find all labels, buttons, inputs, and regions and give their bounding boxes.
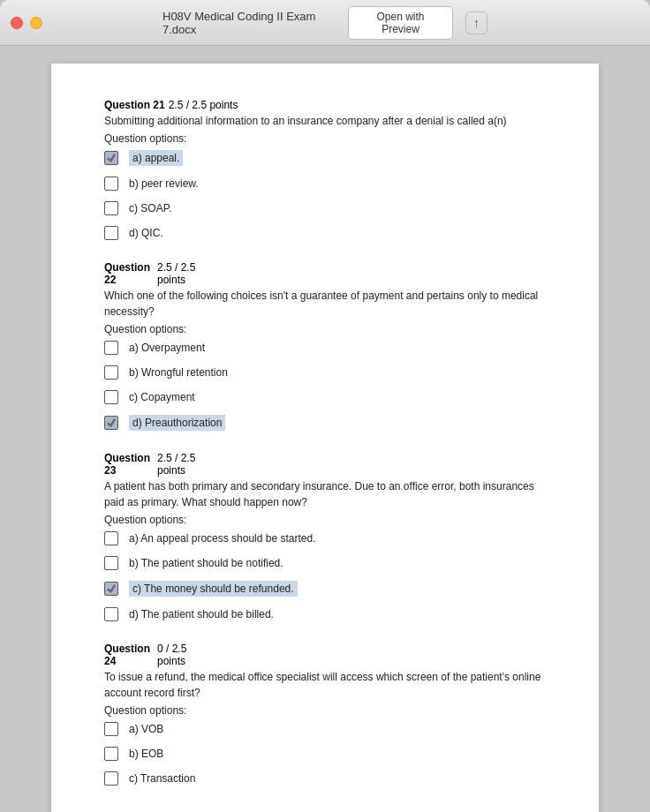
q23-text: A patient has both primary and secondary… — [104, 478, 546, 510]
q24-option-a-text: a) VOB — [129, 723, 163, 735]
q21-header: Question 21 2.5 / 2.5 points — [104, 99, 546, 111]
q22-option-a: a) Overpayment — [104, 341, 546, 355]
q22-checkbox-d[interactable] — [104, 416, 118, 430]
q24-number-label: Question — [104, 643, 150, 655]
q24-number-num: 24 — [104, 655, 150, 667]
q22-option-c: c) Copayment — [104, 390, 546, 404]
q22-header: Question 2.5 / 2.5 22 points — [104, 261, 546, 286]
q22-option-d-text: d) Preauthorization — [129, 415, 225, 431]
q21-checkbox-c[interactable] — [104, 201, 118, 215]
q24-header: Question 0 / 2.5 24 points — [104, 643, 546, 667]
document-page: Question 21 2.5 / 2.5 points Submitting … — [51, 64, 599, 812]
titlebar: H08V Medical Coding II Exam 7.docx Open … — [0, 0, 650, 46]
q24-option-c: c) Transaction — [104, 771, 546, 786]
question-21-block: Question 21 2.5 / 2.5 points Submitting … — [104, 99, 546, 240]
q23-option-c: c) The money should be refunded. — [104, 581, 546, 597]
q24-option-b-text: b) EOB — [129, 748, 163, 760]
share-button[interactable]: ↑ — [465, 11, 488, 34]
q22-option-a-text: a) Overpayment — [129, 342, 205, 354]
window-title: H08V Medical Coding II Exam 7.docx — [162, 10, 339, 36]
q23-option-b-text: b) The patient should be notified. — [129, 557, 283, 569]
q24-option-b: b) EOB — [104, 747, 546, 761]
q22-points: 2.5 / 2.5 — [157, 261, 546, 274]
q21-option-d-text: d) QIC. — [129, 227, 163, 239]
q21-option-c: c) SOAP. — [104, 201, 546, 215]
q24-options-label: Question options: — [104, 704, 546, 717]
q22-number-label: Question — [104, 261, 150, 274]
question-24-block: Question 0 / 2.5 24 points To issue a re… — [104, 643, 546, 786]
q23-header: Question 2.5 / 2.5 23 points — [104, 452, 546, 477]
traffic-lights — [11, 17, 42, 29]
q22-checkbox-a[interactable] — [104, 341, 118, 355]
q23-number-num: 23 — [104, 464, 150, 477]
close-button[interactable] — [11, 17, 23, 29]
q22-option-b: b) Wrongful retention — [104, 365, 546, 380]
q22-number-num: 22 — [104, 274, 150, 286]
q21-option-d: d) QIC. — [104, 226, 546, 240]
q23-points2: points — [157, 464, 546, 477]
q23-options-label: Question options: — [104, 514, 546, 526]
q22-option-c-text: c) Copayment — [129, 391, 195, 403]
title-center: H08V Medical Coding II Exam 7.docx Open … — [162, 6, 488, 40]
question-22-block: Question 2.5 / 2.5 22 points Which one o… — [104, 261, 546, 431]
q22-options-label: Question options: — [104, 323, 546, 335]
q21-option-c-text: c) SOAP. — [129, 202, 171, 214]
q21-option-b: b) peer review. — [104, 177, 546, 191]
q23-number-label: Question — [104, 452, 150, 464]
q21-checkbox-b[interactable] — [104, 177, 118, 191]
q23-checkbox-c[interactable] — [104, 582, 118, 596]
q22-checkbox-b[interactable] — [104, 365, 118, 380]
question-23-block: Question 2.5 / 2.5 23 points A patient h… — [104, 452, 546, 621]
q21-options-label: Question options: — [104, 132, 546, 145]
q24-points2: points — [157, 655, 546, 667]
q24-checkbox-c[interactable] — [104, 771, 118, 786]
q24-checkbox-b[interactable] — [104, 747, 118, 761]
q24-points: 0 / 2.5 — [157, 643, 546, 655]
q23-option-b: b) The patient should be notified. — [104, 556, 546, 570]
q23-option-c-text: c) The money should be refunded. — [129, 581, 298, 597]
q23-option-a: a) An appeal process should be started. — [104, 531, 546, 545]
q23-checkbox-a[interactable] — [104, 531, 118, 545]
q24-checkbox-a[interactable] — [104, 722, 118, 736]
q21-option-a: a) appeal. — [104, 150, 546, 166]
q24-option-c-text: c) Transaction — [129, 772, 195, 785]
q21-checkbox-a[interactable] — [104, 151, 118, 165]
q23-option-a-text: a) An appeal process should be started. — [129, 532, 315, 545]
q21-option-a-text: a) appeal. — [129, 150, 183, 166]
q21-option-b-text: b) peer review. — [129, 177, 199, 190]
q21-number: Question 21 — [104, 99, 165, 111]
app-window: H08V Medical Coding II Exam 7.docx Open … — [0, 0, 650, 812]
open-with-preview-button[interactable]: Open with Preview — [348, 6, 453, 40]
q21-text: Submitting additional information to an … — [104, 113, 546, 129]
q23-option-d: d) The patient should be billed. — [104, 607, 546, 621]
q22-option-b-text: b) Wrongful retention — [129, 366, 228, 379]
q23-points: 2.5 / 2.5 — [157, 452, 546, 464]
q23-option-d-text: d) The patient should be billed. — [129, 608, 274, 620]
minimize-button[interactable] — [30, 17, 42, 29]
q22-points2: points — [157, 274, 546, 286]
q21-points: 2.5 / 2.5 points — [169, 99, 238, 111]
q23-checkbox-b[interactable] — [104, 556, 118, 570]
q23-checkbox-d[interactable] — [104, 607, 118, 621]
q24-text: To issue a refund, the medical office sp… — [104, 669, 546, 701]
q21-checkbox-d[interactable] — [104, 226, 118, 240]
q24-option-a: a) VOB — [104, 722, 546, 736]
q22-checkbox-c[interactable] — [104, 390, 118, 404]
content-area: Question 21 2.5 / 2.5 points Submitting … — [0, 46, 650, 812]
q22-option-d: d) Preauthorization — [104, 415, 546, 431]
q22-text: Which one of the following choices isn't… — [104, 288, 546, 320]
